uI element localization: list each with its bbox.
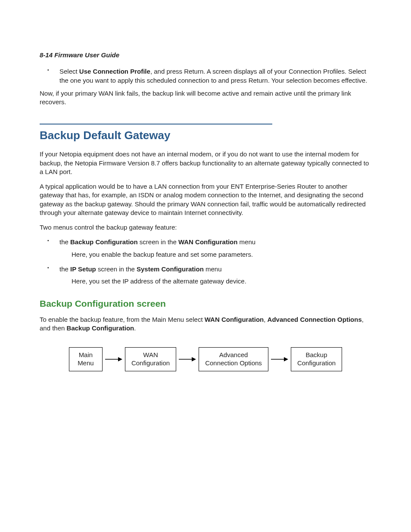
section-divider — [40, 124, 272, 124]
bold-text: IP Setup — [70, 265, 96, 273]
paragraph: To enable the backup feature, from the M… — [40, 315, 371, 333]
text: screen in the — [138, 238, 178, 246]
section-title-backup-default-gateway: Backup Default Gateway — [40, 128, 371, 143]
bullet-list-1: Select Use Connection Profile, and press… — [47, 67, 371, 85]
page-header: 8-14 Firmware User Guide — [40, 51, 371, 59]
text: menu — [204, 265, 222, 273]
subsection-title-backup-configuration-screen: Backup Configuration screen — [40, 298, 371, 310]
text: Advanced — [219, 351, 248, 358]
bullet-item-use-connection-profile: Select Use Connection Profile, and press… — [47, 67, 371, 85]
paragraph: Two menus control the backup gateway fea… — [40, 223, 371, 232]
arrow-right-icon — [105, 357, 122, 362]
arrow-right-icon — [179, 357, 196, 362]
page-root: 8-14 Firmware User Guide Select Use Conn… — [0, 0, 411, 532]
text: Select — [59, 68, 79, 75]
bold-text: WAN Configuration — [205, 316, 264, 323]
svg-marker-1 — [118, 357, 122, 361]
text: Main — [79, 351, 93, 358]
svg-marker-5 — [284, 357, 288, 361]
paragraph: If your Netopia equipment does not have … — [40, 150, 371, 176]
text: Configuration — [131, 359, 170, 367]
text: menu — [237, 238, 255, 246]
bold-text: WAN Configuration — [178, 238, 237, 246]
text: . — [134, 324, 136, 332]
text: Backup — [305, 351, 327, 358]
paragraph: A typical application would be to have a… — [40, 182, 371, 217]
bold-text: Use Connection Profile — [79, 68, 150, 75]
bullet-item-backup-configuration-screen: the Backup Configuration screen in the W… — [47, 238, 371, 259]
text: WAN — [143, 351, 158, 358]
text: Connection Options — [205, 359, 262, 367]
bold-text: Backup Configuration — [67, 324, 134, 332]
sub-paragraph: Here, you enable the backup feature and … — [72, 250, 371, 259]
text: Configuration — [297, 359, 336, 367]
svg-marker-3 — [192, 357, 196, 361]
text: the — [59, 265, 70, 273]
diagram-box-backup-configuration: Backup Configuration — [291, 347, 342, 371]
diagram-box-wan-configuration: WAN Configuration — [125, 347, 176, 371]
bold-text: Backup Configuration — [70, 238, 138, 246]
sub-paragraph: Here, you set the IP address of the alte… — [72, 277, 371, 286]
text: , — [264, 316, 267, 323]
text: screen in the — [96, 265, 137, 273]
text: To enable the backup feature, from the M… — [40, 316, 205, 323]
arrow-right-icon — [271, 357, 288, 362]
diagram-box-advanced-connection-options: Advanced Connection Options — [199, 347, 268, 371]
bold-text: System Configuration — [137, 265, 204, 273]
bold-text: Advanced Connection Options — [268, 316, 362, 323]
text: the — [59, 238, 70, 246]
navigation-diagram: Main Menu WAN Configuration Advanced Con… — [40, 347, 371, 371]
text: Menu — [78, 359, 94, 367]
bullet-list-2: the Backup Configuration screen in the W… — [47, 238, 371, 286]
bullet-item-ip-setup-screen: the IP Setup screen in the System Config… — [47, 265, 371, 286]
paragraph: Now, if your primary WAN link fails, the… — [40, 89, 371, 107]
diagram-box-main-menu: Main Menu — [69, 347, 103, 371]
